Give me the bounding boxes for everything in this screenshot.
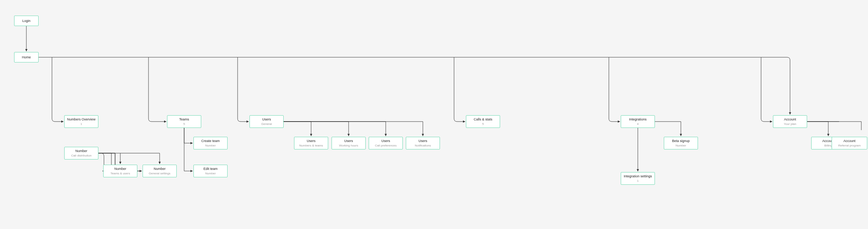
node-title: Number [114,167,126,171]
node-title: Users [262,117,271,122]
node-login[interactable]: Login [14,16,39,26]
node-title: Account [843,139,856,143]
node-create-team[interactable]: Create team Number [193,137,228,149]
node-number-teams-users[interactable]: Number Teams & users [103,165,137,177]
node-title: Login [22,19,30,23]
node-subtitle: Teams & users [111,172,130,175]
node-account[interactable]: Account Your plan [773,115,807,128]
sitemap-canvas: { "nodes": { "login": { "title": "Login"… [0,0,868,229]
node-subtitle: Number [823,181,833,185]
node-edit-team[interactable]: Edit team Number [193,165,228,177]
node-subtitle: 5 [482,122,484,126]
node-subtitle: Billing [824,144,832,148]
node-title: Teams [179,117,189,122]
node-subtitle: Working hours [339,144,358,148]
node-subtitle: Call preferences [375,144,397,148]
node-title: Users [418,139,427,143]
node-users-call-preferences[interactable]: Users Call preferences [369,137,403,149]
node-title: Numbers Overview [67,117,96,122]
node-subtitle: 1 [637,179,639,183]
node-title: Home [22,55,31,59]
node-title: Webhook settings [836,197,862,201]
node-home[interactable]: Home [14,52,39,62]
node-title: Users [344,139,353,143]
node-account-referral[interactable]: Account Referral program [832,137,867,149]
node-subtitle: 4 [637,122,639,126]
node-calls-stats[interactable]: Calls & stats 5 [466,115,500,128]
node-beta-signup[interactable]: Beta signup Number [664,137,698,149]
node-teams[interactable]: Teams 5 [167,115,201,128]
node-title: Integrations [629,117,646,122]
node-subtitle: Number [205,144,216,148]
node-subtitle: Call distribution [71,154,92,158]
node-subtitle: 5 [848,122,849,126]
node-title: Users [307,139,316,143]
node-subtitle: 1 [81,122,82,126]
node-integrations[interactable]: Integrations 4 [621,115,655,128]
node-users-notifications[interactable]: Users Notifications [406,137,440,149]
node-title: Number [154,167,166,171]
node-title: Beta signup [672,139,690,143]
node-subtitle: Number [205,172,216,175]
node-title: Account [784,117,796,122]
node-number-call-distribution[interactable]: Number Call distribution [64,147,98,159]
node-users-numbers-teams[interactable]: Users Numbers & teams [294,137,328,149]
node-title: Edit team [203,167,218,171]
node-users-working-hours[interactable]: Users Working hours [332,137,366,149]
node-title: Users [381,139,390,143]
node-subtitle: 5 [183,122,185,126]
node-title: Integration settings [624,174,652,178]
connectors [0,0,868,229]
node-subtitle: Referral program [838,144,861,148]
node-users[interactable]: Users General [249,115,284,128]
node-subtitle: Number [676,144,686,148]
node-subtitle: Numbers & teams [299,144,323,148]
node-subtitle: Your plan [784,122,796,126]
node-title: Create team [201,139,220,143]
node-number-general-settings[interactable]: Number General settings [143,165,177,177]
node-title: Developers [840,117,857,122]
node-title: Webhooks [820,176,836,180]
node-integration-settings[interactable]: Integration settings 1 [621,172,655,185]
node-subtitle: Number [844,202,855,206]
node-title: Number [75,149,87,153]
node-title: Calls & stats [474,117,492,122]
node-subtitle: General settings [149,172,170,175]
node-subtitle: Notifications [415,144,431,148]
node-subtitle: General [261,122,272,126]
node-numbers-overview[interactable]: Numbers Overview 1 [64,115,98,128]
node-title: Api keys [822,152,835,157]
node-subtitle: Number [823,157,833,161]
